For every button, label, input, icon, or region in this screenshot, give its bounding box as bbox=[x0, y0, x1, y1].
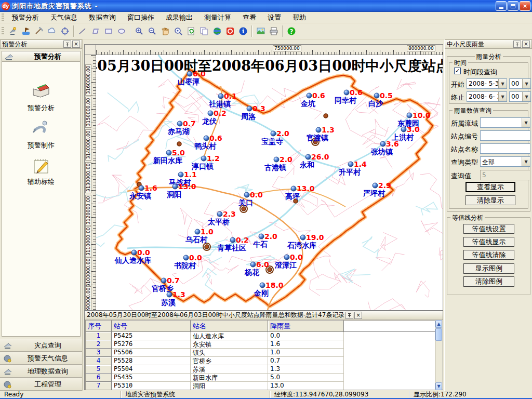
copy-map-icon[interactable] bbox=[197, 25, 210, 38]
sidebar-item-warning-weather[interactable]: 预警天气信息 bbox=[0, 352, 82, 365]
sidebar-item-geo-data-query[interactable]: 地理数据查询 bbox=[0, 365, 82, 378]
scroll-down-icon[interactable]: ▼ bbox=[435, 382, 442, 390]
station-marker-icon[interactable] bbox=[407, 113, 412, 118]
basin-combo[interactable]: ▼ bbox=[480, 117, 530, 128]
contour-display-button[interactable]: 等值线显示 bbox=[463, 237, 514, 247]
rain-station[interactable]: 0.2龙伏 bbox=[202, 109, 227, 125]
station-marker-icon[interactable] bbox=[305, 154, 311, 159]
end-hour-combo[interactable]: 00▼ bbox=[509, 91, 531, 102]
table-row[interactable]: 7P5310洞阳13.0 bbox=[86, 382, 435, 390]
station-marker-icon[interactable] bbox=[373, 183, 378, 188]
menu-weather-info[interactable]: 天气信息 bbox=[45, 12, 83, 23]
station-marker-icon[interactable] bbox=[250, 262, 256, 267]
rain-station[interactable]: 26.0永和 bbox=[299, 153, 329, 169]
scroll-up-icon[interactable]: ▲ bbox=[435, 320, 442, 328]
rain-station[interactable]: 1.4升平村 bbox=[338, 160, 367, 176]
station-marker-icon[interactable] bbox=[217, 211, 222, 217]
pan-hand-icon[interactable] bbox=[158, 25, 171, 38]
rain-station[interactable]: 0.1社港镇 bbox=[208, 92, 237, 108]
station-marker-icon[interactable] bbox=[260, 283, 265, 288]
left-panel-pin-button[interactable] bbox=[63, 41, 71, 48]
station-marker-icon[interactable] bbox=[284, 255, 289, 260]
station-marker-icon[interactable] bbox=[244, 192, 249, 197]
results-pin-button[interactable] bbox=[345, 312, 353, 319]
chevron-down-icon[interactable]: ▼ bbox=[498, 92, 507, 101]
col-rainfall[interactable]: 降雨量 bbox=[268, 321, 344, 332]
show-legend-button[interactable]: 显示图例 bbox=[463, 263, 514, 274]
sidebar-item-project-mgmt[interactable]: 工程管理 bbox=[0, 378, 82, 391]
table-row[interactable]: 5P5504苏溪1.3 bbox=[86, 365, 435, 374]
rain-station[interactable]: 2.3太平桥 bbox=[207, 210, 236, 226]
rain-station[interactable]: 6.0杨花 bbox=[244, 260, 269, 276]
rain-station[interactable]: 1.2淳口镇 bbox=[191, 154, 220, 170]
left-panel-close-button[interactable]: × bbox=[72, 41, 80, 48]
station-marker-icon[interactable] bbox=[161, 278, 166, 283]
query-type-combo[interactable]: 全部▼ bbox=[480, 156, 530, 167]
rain-station[interactable]: 0.6同幸村 bbox=[335, 88, 363, 104]
tool-aux-plot[interactable]: 辅助标绘 bbox=[2, 156, 80, 187]
station-marker-icon[interactable] bbox=[131, 250, 137, 255]
rain-station[interactable]: 0.0关口 bbox=[238, 191, 263, 207]
survey-tool-icon[interactable] bbox=[32, 25, 45, 38]
end-date-combo[interactable]: 2008- 6- 3▼ bbox=[467, 91, 507, 102]
rain-station[interactable]: 2.0牛石 bbox=[253, 232, 277, 248]
zoom-in-icon[interactable] bbox=[132, 25, 145, 38]
rain-station[interactable]: 1.0乌石村 bbox=[185, 228, 214, 244]
station-marker-icon[interactable] bbox=[307, 93, 312, 98]
start-hour-combo[interactable]: 00▼ bbox=[509, 78, 531, 89]
station-marker-icon[interactable] bbox=[166, 150, 171, 155]
station-id-input[interactable] bbox=[480, 130, 530, 141]
station-marker-icon[interactable] bbox=[183, 255, 189, 260]
station-marker-icon[interactable] bbox=[348, 162, 353, 167]
station-marker-icon[interactable] bbox=[300, 235, 305, 240]
minimize-button[interactable] bbox=[496, 1, 507, 11]
draw-polygon-icon[interactable] bbox=[89, 25, 102, 38]
tool-warning-analysis[interactable]: 预警分析 bbox=[2, 83, 80, 113]
station-name-input[interactable] bbox=[480, 143, 530, 154]
station-marker-icon[interactable] bbox=[208, 111, 213, 116]
map-viewport[interactable]: 6.0山枣潭0.1社港镇0.3周洛0.2龙伏0.7赤马湖2.0宝盖寺0.6鸭头村… bbox=[96, 55, 443, 310]
table-row[interactable]: 1P5425仙人造水库0.0 bbox=[86, 332, 435, 340]
tool-warning-produce[interactable]: 预警制作 bbox=[2, 119, 80, 150]
menu-output[interactable]: 成果输出 bbox=[160, 12, 198, 23]
right-panel-pin-button[interactable] bbox=[513, 41, 521, 48]
station-marker-icon[interactable] bbox=[204, 136, 209, 141]
clear-display-button[interactable]: 清除显示 bbox=[466, 195, 515, 205]
right-panel-close-button[interactable]: × bbox=[522, 41, 530, 48]
table-row[interactable]: 3P5506镇头1.0 bbox=[86, 349, 435, 357]
close-button[interactable]: × bbox=[520, 1, 530, 11]
menu-warning-analysis[interactable]: 预警分析 bbox=[6, 12, 45, 23]
menu-window-ops[interactable]: 窗口操作 bbox=[122, 12, 160, 23]
col-station-id[interactable]: 站号 bbox=[112, 321, 191, 332]
station-marker-icon[interactable] bbox=[247, 106, 252, 111]
globe-icon[interactable] bbox=[210, 25, 223, 38]
table-row[interactable]: 6P5435新田水库5.0 bbox=[86, 374, 435, 382]
rain-station[interactable]: 0.0书院村 bbox=[174, 254, 202, 270]
chevron-down-icon[interactable]: ▼ bbox=[522, 118, 530, 127]
rain-station[interactable]: 18.0金刚 bbox=[254, 281, 284, 297]
station-marker-icon[interactable] bbox=[177, 121, 182, 126]
warning-analysis-icon[interactable] bbox=[6, 25, 19, 38]
rain-station[interactable]: 0.3周洛 bbox=[241, 104, 265, 121]
chevron-down-icon[interactable]: ▼ bbox=[522, 157, 530, 166]
disaster-point-icon[interactable] bbox=[19, 25, 32, 38]
clear-legend-button[interactable]: 清除图例 bbox=[463, 276, 514, 287]
menu-help[interactable]: 帮助 bbox=[287, 12, 312, 23]
help-icon[interactable]: ? bbox=[285, 25, 298, 38]
rain-station[interactable]: 0.6金坑 bbox=[300, 91, 325, 108]
refresh-view-icon[interactable] bbox=[184, 25, 197, 38]
rain-station[interactable]: 2.0古港镇 bbox=[264, 155, 292, 171]
col-station-name[interactable]: 站名 bbox=[191, 321, 268, 332]
station-marker-icon[interactable] bbox=[178, 172, 183, 177]
station-marker-icon[interactable] bbox=[259, 234, 264, 239]
station-marker-icon[interactable] bbox=[139, 185, 144, 191]
rain-station[interactable]: 3.6张坊镇 bbox=[371, 140, 399, 156]
station-marker-icon[interactable] bbox=[218, 94, 223, 99]
export-image-icon[interactable] bbox=[254, 25, 267, 38]
station-marker-icon[interactable] bbox=[271, 131, 276, 136]
station-marker-icon[interactable] bbox=[230, 237, 235, 243]
rain-station[interactable]: 0.6鸭头村 bbox=[194, 134, 222, 150]
info-icon[interactable]: i bbox=[236, 25, 249, 38]
chevron-down-icon[interactable]: ▼ bbox=[522, 79, 530, 88]
start-date-combo[interactable]: 2008- 5-30▼ bbox=[467, 78, 507, 89]
